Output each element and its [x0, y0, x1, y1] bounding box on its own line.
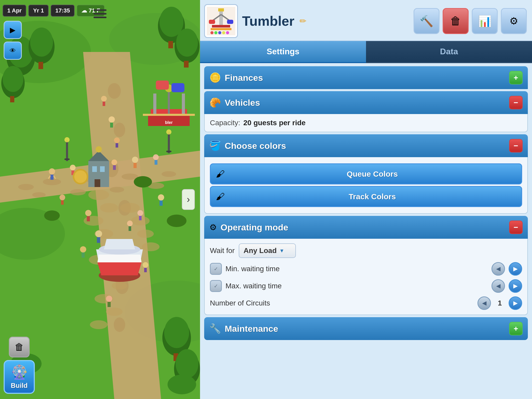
decrement-icon: ◀ [496, 265, 501, 272]
svg-point-114 [164, 317, 189, 348]
svg-rect-72 [87, 216, 90, 221]
chevron-icon: › [187, 194, 190, 205]
time-badge: 17:35 [51, 5, 75, 17]
svg-rect-133 [218, 8, 224, 11]
min-waiting-increment-button[interactable]: ▶ [509, 262, 522, 276]
svg-rect-120 [64, 158, 70, 160]
svg-rect-121 [168, 132, 170, 153]
maintenance-expand-icon: + [514, 324, 518, 333]
min-waiting-checkbox[interactable]: ✓ [210, 263, 222, 275]
operating-mode-expand-button[interactable]: − [509, 221, 523, 234]
colors-expand-icon: − [514, 141, 518, 150]
maintenance-section: 🔧 Maintenance + [204, 317, 528, 340]
svg-point-125 [74, 170, 87, 183]
svg-rect-102 [182, 94, 185, 114]
min-waiting-decrement-button[interactable]: ◀ [491, 262, 505, 276]
svg-rect-132 [219, 9, 223, 25]
queue-paint-icon: 🖌 [216, 169, 225, 179]
vehicles-icon: 🥐 [209, 97, 221, 108]
colors-section-header[interactable]: 🪣 Choose colors − [204, 134, 528, 157]
edit-title-icon[interactable]: ✏ [300, 16, 307, 26]
svg-rect-52 [50, 175, 54, 180]
queue-colors-button[interactable]: 🖌 Queue Colors [210, 163, 522, 184]
view-button[interactable]: 👁 [4, 42, 22, 60]
content-area[interactable]: 🪙 Finances + 🥐 Vehicles − Capacity: 20 g… [200, 63, 532, 399]
vehicles-expand-button[interactable]: − [509, 96, 523, 109]
trash-button[interactable]: 🗑 [9, 337, 30, 357]
vehicles-section-header[interactable]: 🥐 Vehicles − [204, 91, 528, 114]
svg-rect-86 [159, 201, 163, 206]
track-colors-button[interactable]: 🖌 Track Colors [210, 186, 522, 207]
max-waiting-decrement-button[interactable]: ◀ [491, 279, 505, 293]
svg-text:bler: bler [165, 120, 172, 125]
wait-label: Wait for [210, 247, 235, 255]
svg-rect-90 [108, 302, 111, 307]
svg-point-49 [137, 230, 154, 238]
trash-icon: 🗑 [15, 342, 24, 353]
svg-point-117 [176, 349, 198, 378]
expand-chevron-button[interactable]: › [182, 189, 195, 210]
max-waiting-label: Max. waiting time [225, 282, 488, 290]
game-panel: bler [0, 0, 200, 399]
tab-data[interactable]: Data [366, 41, 532, 63]
stats-button[interactable]: 📊 [472, 8, 498, 34]
operating-mode-section-header[interactable]: ⚙ Operating mode − [204, 216, 528, 239]
repair-icon: 🔨 [420, 15, 433, 28]
circuits-increment-button[interactable]: ▶ [509, 296, 522, 310]
hamburger-menu-button[interactable] [90, 5, 110, 23]
tab-settings[interactable]: Settings [200, 41, 366, 63]
tabs-row: Settings Data [200, 41, 532, 63]
svg-point-143 [222, 31, 225, 34]
svg-point-13 [3, 66, 23, 92]
svg-rect-12 [10, 96, 14, 102]
svg-rect-18 [184, 61, 189, 68]
date-badge: 1 Apr [3, 5, 26, 17]
maintenance-expand-button[interactable]: + [509, 322, 523, 335]
capacity-label: Capacity: [210, 119, 240, 127]
svg-point-10 [30, 28, 53, 57]
colors-label: Choose colors [225, 141, 506, 151]
svg-rect-101 [153, 94, 156, 114]
svg-rect-105 [156, 81, 169, 90]
svg-rect-137 [227, 20, 233, 24]
svg-point-25 [32, 192, 46, 197]
finances-expand-button[interactable]: + [509, 71, 523, 84]
svg-point-43 [112, 282, 127, 290]
repair-button[interactable]: 🔨 [414, 8, 440, 34]
max-waiting-checkbox[interactable]: ✓ [210, 280, 222, 292]
svg-point-73 [127, 221, 133, 226]
svg-point-126 [134, 176, 152, 188]
ride-title: Tumbler [242, 14, 294, 28]
svg-rect-96 [100, 166, 105, 172]
play-icon: ▶ [10, 26, 16, 34]
build-button[interactable]: 🎡 Build [4, 360, 35, 394]
colors-expand-button[interactable]: − [509, 139, 523, 152]
svg-point-141 [214, 31, 217, 34]
svg-point-142 [218, 31, 221, 34]
svg-point-38 [84, 216, 103, 226]
max-waiting-increment-button[interactable]: ▶ [509, 279, 522, 293]
delete-icon: 🗑 [450, 15, 461, 27]
circuits-decrement-icon: ◀ [482, 300, 487, 307]
svg-point-46 [90, 320, 108, 329]
year-badge: Yr 1 [28, 5, 49, 17]
svg-point-24 [162, 171, 176, 177]
svg-point-89 [106, 296, 112, 302]
year-text: Yr 1 [33, 7, 44, 14]
svg-point-97 [96, 146, 102, 152]
play-button[interactable]: ▶ [4, 21, 22, 39]
weather-icon: ☁ [81, 7, 87, 14]
svg-rect-60 [113, 165, 116, 170]
delete-button[interactable]: 🗑 [443, 8, 469, 34]
finances-section-header[interactable]: 🪙 Finances + [204, 66, 528, 89]
maintenance-section-header[interactable]: 🔧 Maintenance + [204, 317, 528, 340]
more-settings-button[interactable]: ⚙ [501, 8, 527, 34]
hamburger-line-1 [94, 9, 107, 11]
vehicles-expand-icon: − [514, 98, 518, 107]
ride-header: Tumbler ✏ 🔨 🗑 📊 ⚙ [200, 0, 532, 41]
circuits-increment-icon: ▶ [513, 300, 518, 307]
vehicles-section: 🥐 Vehicles − Capacity: 20 guests per rid… [204, 91, 528, 132]
circuits-decrement-button[interactable]: ◀ [477, 296, 491, 310]
wait-dropdown[interactable]: Any Load ▼ [239, 243, 296, 258]
svg-point-27 [110, 187, 124, 192]
